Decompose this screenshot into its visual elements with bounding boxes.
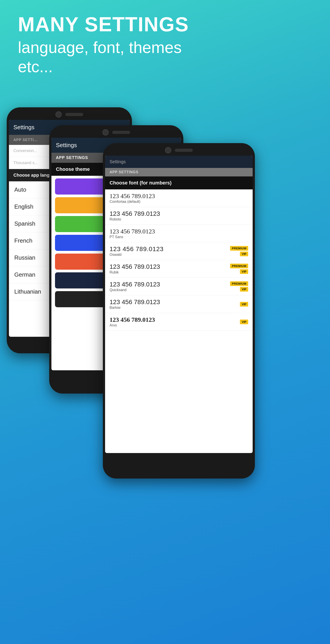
font-item-arvo[interactable]: 123 456 789.0123 Arvo VIP [105, 313, 253, 331]
phone3-speaker [175, 149, 193, 152]
phone3-settings-header: Settings [105, 156, 253, 168]
font-item-oswald[interactable]: 123 456 789.0123 Oswald PREMIUM VIP [105, 242, 253, 260]
font-item-roboto[interactable]: 123 456 789.0123 Roboto [105, 207, 253, 225]
hero-subtitle: language, font, themes etc... [18, 38, 189, 76]
font-sample-quicksand: 123 456 789.0123 [110, 281, 160, 288]
font-item-quicksand[interactable]: 123 456 789.0123 Quicksand PREMIUM VIP [105, 278, 253, 296]
badge-vip-rubik: VIP [240, 269, 248, 274]
badge-vip-arvo: VIP [240, 320, 248, 324]
font-sample-barlow: 123 456 789.0123 [110, 298, 160, 306]
font-name-roboto: Roboto [110, 217, 160, 222]
font-sample-comfortaa: 123 456 789.0123 [110, 192, 155, 200]
phone1-section-label: APP SETTI... [14, 138, 38, 142]
font-name-barlow: Barlow [110, 306, 160, 310]
phone1-camera [56, 111, 62, 118]
phone2-speaker [112, 131, 130, 134]
phone3-screen: Settings APP SETTINGS Choose font (for n… [105, 156, 253, 453]
font-sample-arvo: 123 456 789.0123 [110, 316, 155, 323]
badge-vip-quicksand: VIP [240, 287, 248, 292]
phone1-speaker [65, 113, 83, 116]
font-sample-ptsans: 123 456 789.0123 [110, 228, 155, 235]
font-name-oswald: Oswald [110, 253, 164, 257]
font-name-comfortaa: Comfortaa (default) [110, 200, 155, 204]
phone3-choose-font-bar: Choose font (for numbers) [105, 176, 253, 190]
badge-premium-rubik: PREMIUM [230, 264, 248, 268]
phone3-app-settings: APP SETTINGS [105, 168, 253, 176]
phone3-notch [103, 143, 255, 156]
phones-container: Settings APP SETTI... Conversion... Thou… [0, 107, 330, 644]
hero-subtitle-line1: language, font, themes [18, 38, 182, 56]
hero-section: MANY SETTINGS language, font, themes etc… [18, 14, 189, 76]
font-item-barlow[interactable]: 123 456 789.0123 Barlow VIP [105, 296, 253, 313]
font-name-quicksand: Quicksand [110, 288, 160, 292]
badge-premium-quicksand: PREMIUM [230, 281, 248, 286]
phone2-camera [102, 129, 109, 136]
badge-vip-barlow: VIP [240, 302, 248, 306]
font-item-comfortaa[interactable]: 123 456 789.0123 Comfortaa (default) [105, 190, 253, 207]
badge-premium-oswald: PREMIUM [230, 246, 248, 251]
phone2-notch [49, 125, 183, 138]
badge-vip-oswald: VIP [240, 252, 248, 256]
font-name-rubik: Rubik [110, 270, 160, 274]
font-item-ptsans[interactable]: 123 456 789.0123 PT Sans [105, 225, 253, 242]
hero-subtitle-line2: etc... [18, 58, 53, 76]
font-name-ptsans: PT Sans [110, 235, 155, 239]
font-item-rubik[interactable]: 123 456 789.0123 Rubik PREMIUM VIP [105, 260, 253, 278]
font-name-arvo: Arvo [110, 323, 155, 327]
font-sample-oswald: 123 456 789.0123 [110, 246, 164, 253]
phone1-notch [7, 107, 132, 120]
hero-title: MANY SETTINGS [18, 14, 189, 36]
phone3-camera [165, 147, 171, 154]
font-sample-roboto: 123 456 789.0123 [110, 210, 160, 217]
phone-font: Settings APP SETTINGS Choose font (for n… [103, 143, 255, 478]
font-sample-rubik: 123 456 789.0123 [110, 263, 160, 270]
